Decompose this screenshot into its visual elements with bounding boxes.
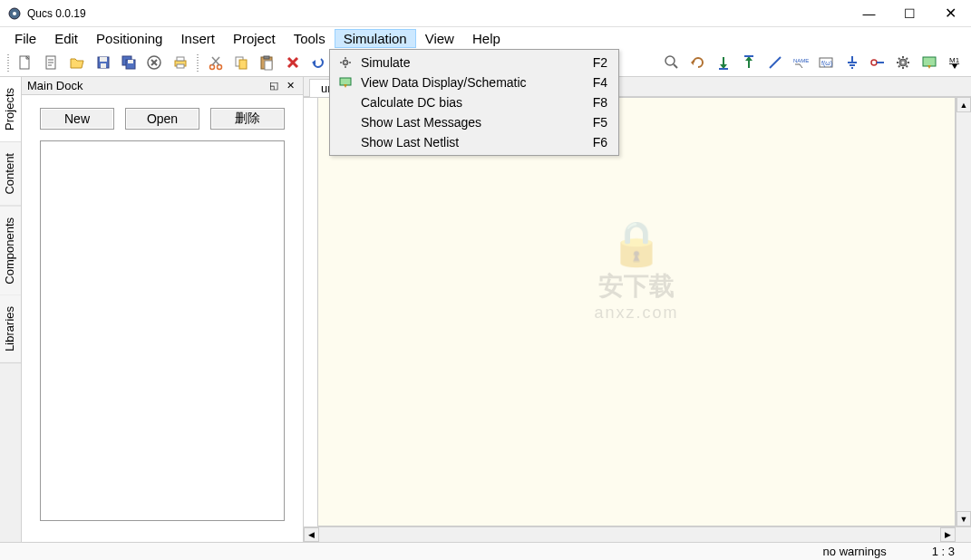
vertical-ruler: [304, 97, 318, 526]
app-icon: [7, 6, 22, 21]
menu-help[interactable]: Help: [463, 29, 510, 48]
close-button[interactable]: ✕: [930, 0, 971, 26]
copy-icon[interactable]: [228, 51, 253, 74]
svg-point-50: [871, 60, 877, 65]
rotate-icon[interactable]: [685, 51, 710, 74]
svg-text:NAME: NAME: [793, 58, 809, 63]
sim-display-icon[interactable]: [917, 51, 941, 74]
toolbar-separator: [193, 52, 202, 73]
open-icon[interactable]: [65, 51, 90, 74]
svg-line-42: [770, 57, 781, 68]
menu-item-view-data-display[interactable]: View Data Display/Schematic F4: [332, 72, 617, 92]
function-icon[interactable]: f(ω): [814, 51, 839, 74]
status-position: 1 : 3: [923, 545, 964, 558]
scroll-down-icon[interactable]: ▼: [956, 511, 971, 526]
dock-tab-projects[interactable]: Projects: [0, 77, 21, 142]
svg-line-60: [898, 66, 900, 68]
port-icon[interactable]: [865, 51, 889, 74]
m1-marker-icon[interactable]: M1: [942, 51, 966, 74]
menu-item-simulate[interactable]: Simulate F2: [332, 53, 617, 72]
svg-line-34: [674, 64, 677, 68]
menu-simulation[interactable]: Simulation: [335, 29, 416, 48]
vertical-scrollbar[interactable]: ▲ ▼: [956, 97, 971, 526]
svg-marker-65: [952, 64, 957, 69]
svg-rect-10: [101, 63, 106, 68]
new-text-icon[interactable]: [39, 51, 63, 74]
project-list[interactable]: [40, 140, 285, 521]
arrow-down-icon[interactable]: [711, 51, 735, 74]
svg-marker-35: [691, 60, 694, 65]
menu-item-calculate-dc-bias[interactable]: Calculate DC bias F8: [332, 92, 617, 112]
svg-line-59: [907, 66, 908, 68]
delete-project-button[interactable]: 删除: [210, 108, 285, 130]
watermark-text-2: anxz.com: [594, 304, 678, 323]
svg-marker-63: [927, 65, 931, 69]
svg-marker-73: [344, 84, 347, 88]
delete-icon[interactable]: [280, 51, 305, 74]
minimize-button[interactable]: —: [849, 0, 889, 26]
print-icon[interactable]: [168, 51, 192, 74]
simulation-menu-dropdown: Simulate F2 View Data Display/Schematic …: [329, 49, 619, 156]
zoom-search-icon[interactable]: [660, 51, 685, 74]
menu-project[interactable]: Project: [224, 29, 285, 48]
dock-tab-components[interactable]: Components: [0, 207, 21, 296]
dock-float-icon[interactable]: ◱: [267, 79, 281, 93]
scroll-right-icon[interactable]: ▶: [940, 527, 956, 542]
close-file-icon[interactable]: [142, 51, 167, 74]
horizontal-scrollbar[interactable]: ◀ ▶: [304, 526, 971, 542]
scroll-left-icon[interactable]: ◀: [304, 527, 319, 542]
menu-edit[interactable]: Edit: [45, 29, 87, 48]
svg-point-67: [345, 62, 346, 63]
window-controls: — ☐ ✕: [849, 0, 971, 26]
svg-rect-25: [239, 60, 247, 69]
menu-positioning[interactable]: Positioning: [87, 29, 171, 48]
menu-insert[interactable]: Insert: [171, 29, 224, 48]
menu-file[interactable]: File: [5, 29, 45, 48]
menu-item-show-last-messages[interactable]: Show Last Messages F5: [332, 112, 617, 132]
menubar: File Edit Positioning Insert Project Too…: [0, 27, 971, 49]
schematic-canvas[interactable]: 🔒 安下载 anxz.com: [318, 97, 956, 526]
wire-icon[interactable]: [762, 51, 787, 74]
svg-point-33: [665, 56, 675, 65]
svg-point-20: [209, 65, 214, 70]
svg-rect-28: [265, 61, 272, 70]
dock-title: Main Dock: [27, 79, 83, 92]
gear-icon: [335, 56, 355, 69]
scroll-up-icon[interactable]: ▲: [956, 97, 971, 112]
statusbar: no warnings 1 : 3: [0, 542, 971, 560]
svg-rect-18: [177, 57, 184, 61]
svg-rect-13: [128, 60, 133, 63]
lock-icon: 🔒: [594, 217, 678, 269]
window-title: Qucs 0.0.19: [27, 7, 849, 20]
svg-rect-9: [100, 57, 107, 62]
maximize-button[interactable]: ☐: [889, 0, 930, 26]
open-project-button[interactable]: Open: [125, 108, 199, 130]
menu-item-show-last-netlist[interactable]: Show Last Netlist F6: [332, 132, 617, 152]
dock-close-icon[interactable]: ✕: [283, 79, 297, 93]
name-label-icon[interactable]: NAME: [788, 51, 812, 74]
paste-icon[interactable]: [255, 51, 279, 74]
dock-header: Main Dock ◱ ✕: [22, 77, 303, 95]
dock-tab-content[interactable]: Content: [0, 142, 21, 207]
menu-tools[interactable]: Tools: [285, 29, 335, 48]
svg-text:M1: M1: [949, 56, 960, 64]
ground-icon[interactable]: [840, 51, 864, 74]
display-icon: [335, 76, 355, 89]
toolbar-grip[interactable]: [4, 52, 13, 73]
save-icon[interactable]: [91, 51, 115, 74]
svg-line-61: [907, 58, 908, 60]
cut-icon[interactable]: [203, 51, 228, 74]
save-all-icon[interactable]: [116, 51, 141, 74]
new-file-icon[interactable]: [14, 51, 38, 74]
svg-rect-27: [264, 56, 269, 59]
svg-rect-72: [340, 78, 351, 85]
svg-line-58: [898, 58, 900, 60]
menu-view[interactable]: View: [416, 29, 463, 48]
arrow-up-icon[interactable]: [737, 51, 762, 74]
undo-icon[interactable]: [306, 51, 331, 74]
new-project-button[interactable]: New: [40, 108, 114, 130]
titlebar: Qucs 0.0.19 — ☐ ✕: [0, 0, 971, 27]
dock-tab-libraries[interactable]: Libraries: [0, 295, 21, 363]
gear-icon[interactable]: [891, 51, 916, 74]
svg-point-1: [13, 12, 16, 15]
